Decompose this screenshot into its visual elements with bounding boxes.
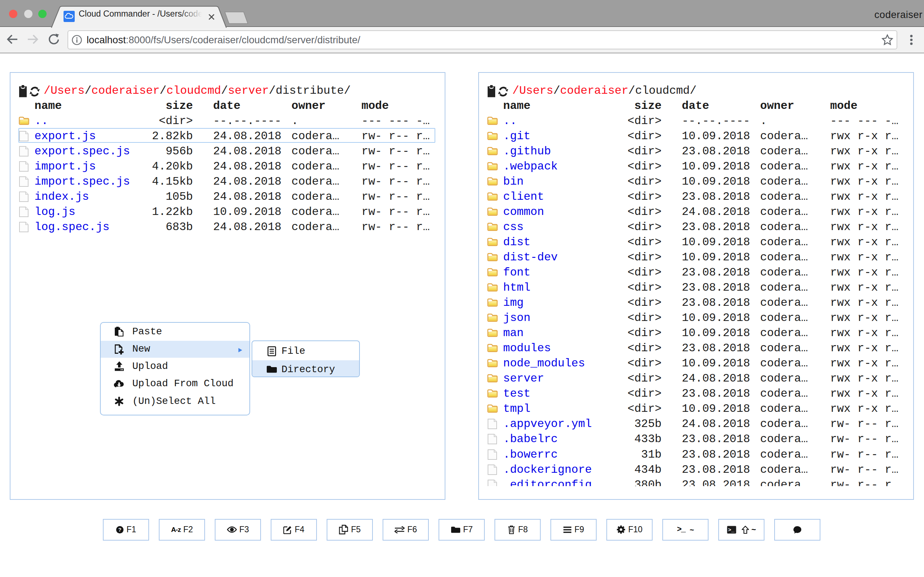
svg-text:>_: >_ (728, 527, 735, 533)
svg-text:?: ? (118, 527, 122, 533)
